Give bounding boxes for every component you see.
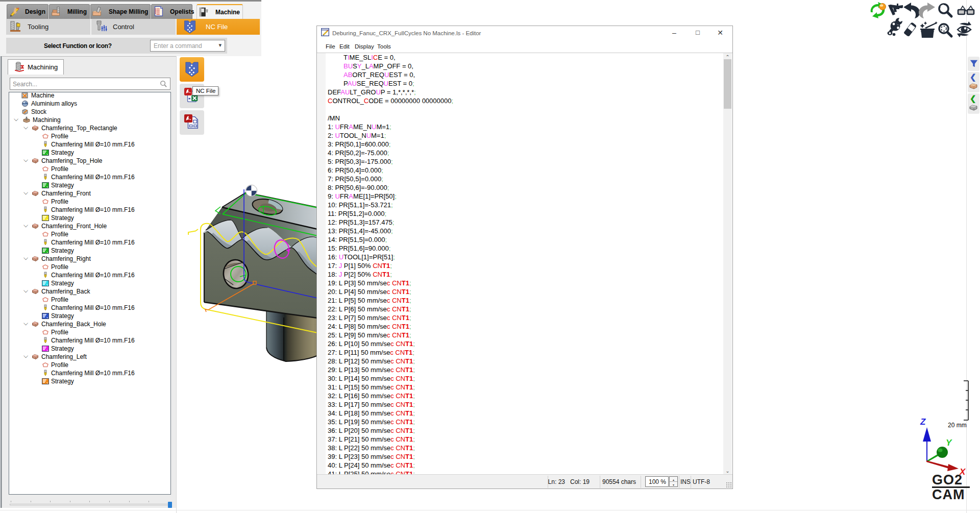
svg-text:Z: Z <box>920 417 926 427</box>
svg-text:Y: Y <box>946 438 952 448</box>
